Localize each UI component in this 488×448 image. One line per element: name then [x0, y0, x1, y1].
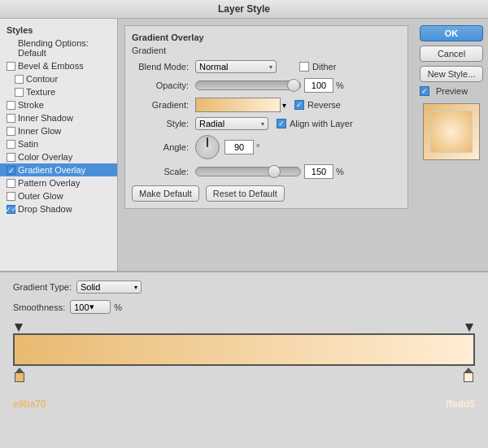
color-overlay-label: Color Overlay: [18, 152, 72, 162]
preview-box: [423, 103, 480, 160]
satin-checkbox[interactable]: [7, 140, 15, 149]
drop-shadow-checkbox[interactable]: ✓: [7, 205, 15, 214]
stop-swatch-left[interactable]: [15, 372, 24, 382]
style-value: Radial: [199, 119, 224, 128]
scale-input[interactable]: [304, 164, 333, 179]
section-title: Gradient Overlay: [132, 33, 401, 42]
style-select[interactable]: Radial ▾: [195, 117, 268, 130]
pattern-overlay-checkbox[interactable]: [7, 179, 15, 188]
align-with-layer-label: Align with Layer: [290, 119, 353, 128]
opacity-stop-right[interactable]: [465, 324, 473, 332]
new-style-button[interactable]: New Style...: [420, 66, 483, 82]
angle-dial[interactable]: [195, 135, 220, 159]
gradient-overlay-checkbox[interactable]: ✓: [7, 166, 15, 175]
smoothness-value: 100: [74, 302, 89, 312]
color-overlay-checkbox[interactable]: [7, 153, 15, 162]
stop-swatch-right[interactable]: [464, 372, 473, 382]
sidebar-item-bevel-emboss[interactable]: Bevel & Emboss: [0, 59, 117, 72]
gradient-select: ▾: [195, 98, 286, 112]
sidebar-item-gradient-overlay[interactable]: ✓ Gradient Overlay: [0, 163, 117, 176]
bevel-emboss-checkbox[interactable]: [7, 62, 15, 71]
opacity-input[interactable]: [304, 78, 333, 93]
blend-mode-label: Blend Mode:: [132, 62, 189, 72]
sidebar-item-blending-options[interactable]: Blending Options: Default: [0, 37, 117, 59]
sidebar-item-inner-shadow[interactable]: Inner Shadow: [0, 111, 117, 124]
stroke-label: Stroke: [18, 100, 44, 110]
gradient-overlay-label: Gradient Overlay: [18, 165, 85, 175]
reverse-option[interactable]: Reverse: [294, 100, 341, 110]
angle-input[interactable]: [224, 140, 254, 154]
blend-mode-row: Blend Mode: Normal ▾ Dither: [132, 60, 401, 73]
texture-checkbox[interactable]: [15, 88, 24, 97]
reset-to-default-button[interactable]: Reset to Default: [206, 185, 285, 202]
scale-unit: %: [336, 167, 344, 176]
right-panel: OK Cancel New Style... Preview: [415, 19, 488, 271]
title-bar: Layer Style: [0, 0, 488, 19]
opacity-slider-track[interactable]: [195, 80, 301, 90]
inner-glow-label: Inner Glow: [18, 126, 61, 136]
content-panel: Gradient Overlay Gradient Blend Mode: No…: [124, 25, 408, 209]
gradient-type-value: Solid: [81, 282, 100, 292]
texture-label: Texture: [26, 87, 55, 97]
sidebar-item-texture[interactable]: Texture: [0, 85, 117, 98]
main-content: Gradient Overlay Gradient Blend Mode: No…: [118, 19, 415, 271]
inner-shadow-label: Inner Shadow: [18, 113, 73, 123]
opacity-unit: %: [336, 80, 344, 90]
dither-checkbox[interactable]: [299, 62, 309, 72]
blend-mode-select[interactable]: Normal ▾: [195, 60, 277, 73]
color-labels: e9ba70 ffedd5: [13, 398, 475, 410]
align-with-layer-option[interactable]: Align with Layer: [277, 119, 353, 128]
sidebar-item-color-overlay[interactable]: Color Overlay: [0, 150, 117, 163]
sidebar-item-outer-glow[interactable]: Outer Glow: [0, 189, 117, 202]
outer-glow-checkbox[interactable]: [7, 192, 15, 201]
gradient-bar[interactable]: [13, 333, 475, 366]
color-stop-left[interactable]: [15, 368, 24, 382]
sidebar-item-satin[interactable]: Satin: [0, 137, 117, 150]
smoothness-unit: %: [114, 302, 122, 312]
scale-slider-thumb[interactable]: [268, 165, 281, 178]
scale-slider-track[interactable]: [195, 167, 301, 176]
satin-label: Satin: [18, 139, 38, 149]
blending-options-label: Blending Options: Default: [18, 38, 89, 58]
opacity-slider-thumb[interactable]: [287, 79, 300, 92]
outer-glow-label: Outer Glow: [18, 191, 63, 201]
preview-label: Preview: [436, 86, 468, 96]
style-arrow: ▾: [261, 120, 264, 128]
sidebar-item-pattern-overlay[interactable]: Pattern Overlay: [0, 176, 117, 189]
smoothness-select[interactable]: 100 ▾: [70, 300, 111, 314]
make-default-button[interactable]: Make Default: [132, 185, 199, 202]
opacity-stops: [13, 324, 475, 332]
align-with-layer-checkbox[interactable]: [277, 119, 286, 128]
gradient-type-label: Gradient Type:: [13, 282, 72, 292]
bottom-buttons: Make Default Reset to Default: [132, 185, 401, 202]
color-stop-right[interactable]: [464, 368, 473, 382]
contour-checkbox[interactable]: [15, 75, 24, 84]
inner-shadow-checkbox[interactable]: [7, 114, 15, 123]
sidebar-item-inner-glow[interactable]: Inner Glow: [0, 124, 117, 137]
gradient-dropdown-arrow[interactable]: ▾: [282, 101, 286, 110]
gradient-preview[interactable]: [195, 98, 281, 112]
smoothness-label: Smoothness:: [13, 302, 65, 312]
scale-label: Scale:: [132, 167, 189, 176]
stroke-checkbox[interactable]: [7, 101, 15, 110]
style-row: Style: Radial ▾ Align with Layer: [132, 117, 401, 130]
sidebar-item-stroke[interactable]: Stroke: [0, 98, 117, 111]
inner-glow-checkbox[interactable]: [7, 127, 15, 136]
reverse-checkbox[interactable]: [294, 100, 304, 110]
style-label: Style:: [132, 119, 189, 128]
color-label-left: e9ba70: [13, 398, 46, 410]
dither-option[interactable]: Dither: [299, 62, 336, 72]
sidebar-item-drop-shadow[interactable]: ✓ Drop Shadow: [0, 202, 117, 215]
gradient-type-select[interactable]: Solid ▾: [76, 281, 142, 294]
angle-row: Angle: °: [132, 135, 401, 159]
gradient-label: Gradient:: [132, 100, 189, 110]
angle-label: Angle:: [132, 142, 189, 152]
ok-button[interactable]: OK: [420, 25, 483, 41]
sidebar-title: Styles: [0, 24, 117, 37]
cancel-button[interactable]: Cancel: [420, 46, 483, 62]
preview-checkbox[interactable]: [420, 86, 429, 96]
opacity-slider-container: %: [195, 78, 344, 93]
opacity-stop-left[interactable]: [15, 324, 23, 332]
sidebar-item-contour[interactable]: Contour: [0, 72, 117, 85]
reverse-label: Reverse: [307, 100, 341, 110]
